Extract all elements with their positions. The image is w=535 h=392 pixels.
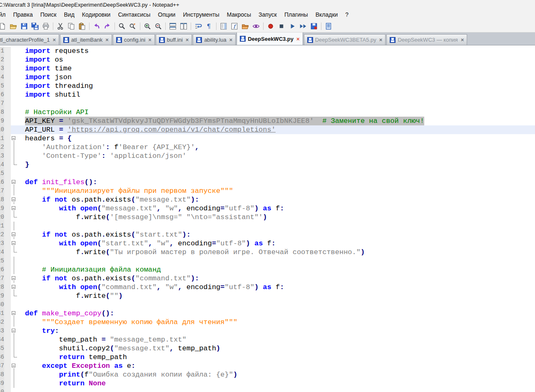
tab-close-icon[interactable]: × [461,37,464,42]
code-line[interactable]: 13 'Content-Type': 'application/json' [0,152,535,160]
code-line[interactable]: 24 f.write("Ты игровой мастер в ролевой … [0,248,535,257]
code-line[interactable]: 21 [0,222,535,230]
stop-macro-button[interactable] [276,21,286,31]
code-line[interactable]: 8# Настройки API [0,108,535,117]
code-line[interactable]: 26 # Инициализация файла команд [0,265,535,274]
tab-close-icon[interactable]: × [105,37,109,42]
code-line[interactable]: 7 [0,99,535,108]
code-line-text[interactable]: return temp_path [25,353,127,362]
fold-collapse-icon[interactable] [12,285,15,289]
code-line-text[interactable]: """Инициализирует файлы при первом запус… [25,187,233,195]
code-line-text[interactable]: import json [25,73,72,82]
code-line[interactable]: 34 temp_path = "message_temp.txt" [0,335,535,344]
code-line-text[interactable]: 'Content-Type': 'application/json' [25,152,187,160]
code-line-text[interactable]: f.write("Ты игровой мастер в ролевой игр… [25,248,365,257]
code-line[interactable]: 15 [0,169,535,178]
code-line-text[interactable]: API_KEY = 'gsk_TKsatWTVdpkvyJTuQDYFWGdyb… [25,117,424,125]
save-all-button[interactable] [30,21,40,31]
tab-close-icon[interactable]: × [296,36,300,42]
code-line-text[interactable]: with open("command.txt", "w", encoding="… [25,283,284,292]
code-line[interactable]: 5import threading [0,82,535,90]
code-line-text[interactable]: } [25,160,29,169]
fold-collapse-icon[interactable] [12,232,15,236]
fold-collapse-icon[interactable] [12,311,15,315]
code-line-text[interactable]: f.write('[message]\nmsg=" "\nto="assista… [25,213,267,222]
code-line[interactable]: 36 return temp_path [0,353,535,362]
code-line-text[interactable]: if not os.path.exists("command.txt"): [25,274,199,283]
code-line-text[interactable]: # Настройки API [25,108,89,117]
copy-button[interactable] [66,21,76,31]
folder-workspace-button[interactable] [240,21,250,31]
replace-button[interactable] [128,21,138,31]
code-line[interactable]: 10API_URL = 'https://api.groq.com/openai… [0,125,535,134]
code-line-text[interactable]: if not os.path.exists("start.txt"): [25,230,191,239]
fold-collapse-icon[interactable] [12,276,15,280]
fold-collapse-icon[interactable] [12,206,15,210]
menu-item-help[interactable]: ? [341,10,352,19]
zoom-in-button[interactable] [142,21,152,31]
save-macro-button[interactable] [309,21,319,31]
menu-item-options[interactable]: Опции [154,10,179,19]
code-line-text[interactable]: import time [25,64,72,73]
code-line[interactable]: 35 shutil.copy2("message.txt", temp_path… [0,344,535,353]
code-line-text[interactable]: headers = { [25,134,72,143]
code-line[interactable]: 20 f.write('[message]\nmsg=" "\nto="assi… [0,213,535,222]
sync-scroll-v-button[interactable] [168,21,178,31]
code-line-text[interactable]: return None [25,379,106,388]
code-line[interactable]: 9API_KEY = 'gsk_TKsatWTVdpkvyJTuQDYFWGdy… [0,117,535,125]
code-line[interactable]: 1import requests [0,47,535,55]
tab-deepseekwc3-копия[interactable]: DeepSeekWC3 — копия× [386,34,467,45]
tab-close-icon[interactable]: × [229,37,233,42]
code-line[interactable]: 23 with open("start.txt", "w", encoding=… [0,239,535,248]
record-macro-button[interactable] [266,21,276,31]
code-line[interactable]: 37 except Exception as e: [0,362,535,370]
code-line-text[interactable]: import os [25,55,63,64]
code-line[interactable]: 27 if not os.path.exists("command.txt"): [0,274,535,283]
code-line-text[interactable]: """Создает временную копию файла для чте… [25,318,237,327]
code-line[interactable]: 11headers = { [0,134,535,143]
view-eye-button[interactable] [251,21,261,31]
tab-buff-ini[interactable]: buff.ini× [156,34,192,45]
open-button[interactable] [8,21,18,31]
code-line[interactable]: 39 return None [0,379,535,388]
menu-item-tabs[interactable]: Вкладки [312,10,342,19]
code-line-text[interactable]: import shutil [25,90,80,99]
fold-collapse-icon[interactable] [12,197,15,201]
show-symbols-button[interactable]: ¶ [204,21,214,31]
doc-blue-button[interactable] [323,21,333,31]
print-button[interactable] [41,21,51,31]
save-button[interactable] [19,21,29,31]
code-line[interactable]: 38 print(f"Ошибка создания копии файла: … [0,370,535,379]
menu-item-run[interactable]: Запуск [255,10,281,19]
menu-item-tools[interactable]: Инструменты [179,10,223,19]
code-line-text[interactable]: try: [25,327,59,335]
menu-item-view[interactable]: Вид [60,10,78,19]
code-line-text[interactable]: print(f"Ошибка создания копии файла: {e}… [25,370,237,379]
code-line-text[interactable]: # Инициализация файла команд [25,265,161,274]
redo-button[interactable] [102,21,112,31]
code-line-text[interactable]: API_URL = 'https://api.groq.com/openai/v… [25,125,276,134]
code-line-text[interactable]: with open("start.txt", "w", encoding="ut… [25,239,276,248]
doc-map-button[interactable] [219,21,229,31]
code-line-text[interactable]: def init_files(): [25,178,97,187]
play-macro-button[interactable] [287,21,297,31]
word-wrap-button[interactable] [193,21,203,31]
tab-close-icon[interactable]: × [148,37,152,42]
undo-button[interactable] [92,21,102,31]
code-line[interactable]: 40 [0,388,535,392]
tab-deepseekwc3-py[interactable]: DeepSeekWC3.py× [236,32,303,45]
code-editor[interactable]: 1import requests2import os3import time4i… [0,45,535,392]
code-line-text[interactable]: f.write("") [25,292,123,300]
code-line[interactable]: 30 [0,300,535,309]
tab-close-icon[interactable]: × [379,37,383,42]
code-line[interactable]: 14} [0,160,535,169]
code-line-text[interactable]: shutil.copy2("message.txt", temp_path) [25,344,220,353]
fold-collapse-icon[interactable] [12,180,15,184]
multi-play-macro-button[interactable] [298,21,308,31]
code-line[interactable]: 12 'Authorization': f'Bearer {API_KEY}', [0,143,535,152]
code-line-text[interactable]: with open("message.txt", "w", encoding="… [25,204,284,213]
menu-item-edit[interactable]: Правка [9,10,36,19]
code-line[interactable]: 31def make_temp_copy(): [0,309,535,318]
fold-collapse-icon[interactable] [12,329,15,332]
menu-item-macros[interactable]: Макросы [223,10,255,19]
